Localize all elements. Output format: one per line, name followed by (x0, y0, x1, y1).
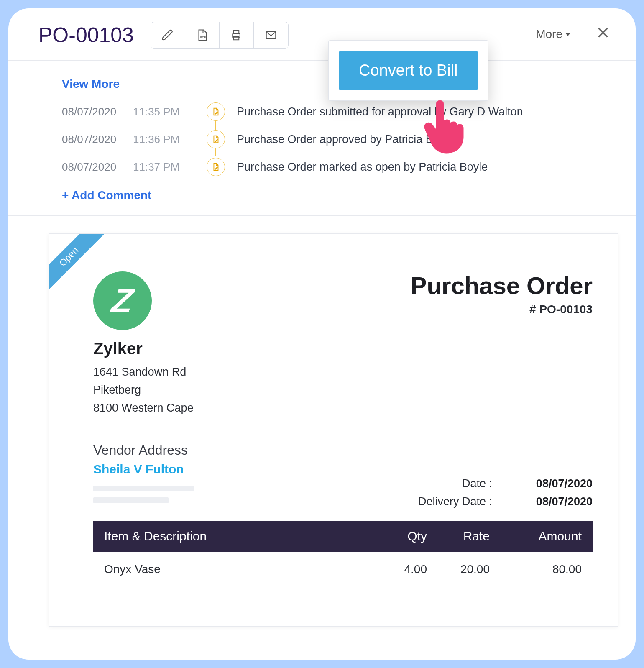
edit-doc-icon (207, 130, 225, 148)
th-item-description: Item & Description (104, 529, 377, 543)
edit-doc-icon (207, 158, 225, 176)
document-wrap: Open Z Zylker 1641 Sandown Rd Piketberg … (8, 215, 636, 627)
document-number: # PO-00103 (411, 303, 593, 316)
edit-button[interactable] (151, 22, 185, 48)
document-type-title: Purchase Order (411, 271, 593, 299)
vendor-heading: Vendor Address (93, 443, 593, 458)
items-table: Item & Description Qty Rate Amount Onyx … (93, 521, 593, 587)
logo-letter: Z (109, 281, 135, 320)
svg-rect-3 (234, 37, 239, 40)
email-button[interactable] (254, 22, 288, 48)
header: PO-00103 PDF More (8, 8, 636, 61)
log-message: Purchase Order approved by Patricia Boyl… (237, 133, 454, 146)
log-row: 08/07/2020 11:35 PM Purchase Order submi… (62, 102, 606, 121)
log-date: 08/07/2020 (62, 133, 133, 146)
log-time: 11:37 PM (133, 161, 204, 174)
company-name: Zylker (93, 339, 194, 358)
log-message: Purchase Order marked as open by Patrici… (237, 161, 488, 174)
address-line: Piketberg (93, 381, 194, 399)
edit-doc-icon (207, 102, 225, 121)
address-line: 8100 Western Cape (93, 399, 194, 417)
toolbar: PDF (151, 22, 289, 49)
table-header: Item & Description Qty Rate Amount (93, 521, 593, 552)
address-line: 1641 Sandown Rd (93, 363, 194, 381)
delivery-date-label: Delivery Date : (392, 495, 492, 508)
pencil-icon (161, 29, 174, 41)
svg-text:PDF: PDF (200, 36, 206, 39)
th-amount: Amount (490, 529, 582, 543)
add-comment-link[interactable]: + Add Comment (62, 189, 151, 202)
chevron-down-icon (565, 33, 571, 36)
log-message: Purchase Order submitted for approval by… (237, 105, 523, 118)
vendor-name-link[interactable]: Sheila V Fulton (93, 462, 593, 476)
td-rate: 20.00 (427, 563, 490, 576)
pdf-icon: PDF (196, 29, 208, 41)
td-qty: 4.00 (377, 563, 427, 576)
log-row: 08/07/2020 11:36 PM Purchase Order appro… (62, 130, 606, 148)
close-button[interactable] (595, 25, 611, 42)
pdf-button[interactable]: PDF (185, 22, 220, 48)
date-value: 08/07/2020 (509, 477, 593, 490)
print-icon (230, 29, 243, 41)
date-label: Date : (392, 477, 492, 490)
td-amount: 80.00 (490, 563, 582, 576)
td-item-description: Onyx Vase (104, 563, 377, 576)
convert-popover: Convert to Bill (328, 40, 488, 101)
dates-block: Date : 08/07/2020 Delivery Date : 08/07/… (49, 477, 618, 508)
doc-title-block: Purchase Order # PO-00103 (411, 271, 593, 417)
company-block: Z Zylker 1641 Sandown Rd Piketberg 8100 … (93, 271, 194, 417)
svg-rect-2 (234, 31, 239, 34)
th-qty: Qty (377, 529, 427, 543)
log-row: 08/07/2020 11:37 PM Purchase Order marke… (62, 158, 606, 176)
log-time: 11:36 PM (133, 133, 204, 146)
more-button[interactable]: More (536, 28, 571, 41)
th-rate: Rate (427, 529, 490, 543)
log-time: 11:35 PM (133, 105, 204, 118)
mail-icon (265, 29, 277, 41)
table-row: Onyx Vase 4.00 20.00 80.00 (93, 552, 593, 587)
page-title: PO-00103 (38, 23, 134, 47)
purchase-order-document: Open Z Zylker 1641 Sandown Rd Piketberg … (49, 233, 618, 627)
close-icon (595, 25, 611, 40)
delivery-date-value: 08/07/2020 (509, 495, 593, 508)
more-label: More (536, 28, 562, 41)
activity-log: 08/07/2020 11:35 PM Purchase Order submi… (62, 102, 606, 176)
log-date: 08/07/2020 (62, 161, 133, 174)
convert-to-bill-button[interactable]: Convert to Bill (339, 51, 478, 90)
activity-section: View More 08/07/2020 11:35 PM Purchase O… (8, 61, 636, 215)
view-more-link[interactable]: View More (62, 77, 120, 91)
company-logo: Z (93, 271, 152, 330)
print-button[interactable] (220, 22, 254, 48)
log-date: 08/07/2020 (62, 105, 133, 118)
